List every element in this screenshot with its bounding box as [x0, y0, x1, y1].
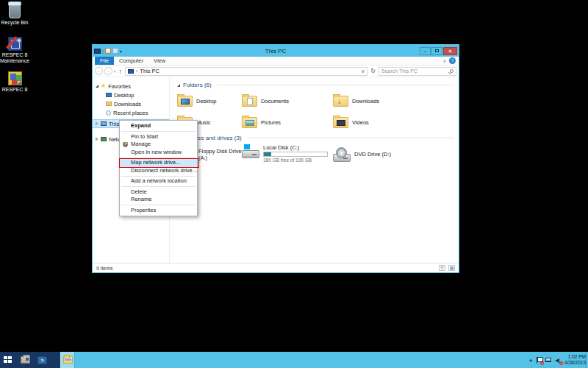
folder-icon: [242, 117, 257, 128]
menu-item-map-network-drive[interactable]: Map network drive...: [120, 159, 197, 167]
computer-icon: [101, 121, 107, 126]
sidebar-item-desktop[interactable]: Desktop: [93, 91, 169, 99]
details-view-icon[interactable]: ☰: [439, 265, 445, 271]
address-dropdown-icon[interactable]: ∨: [361, 68, 365, 74]
title-bar[interactable]: | ▾ This PC – ×: [93, 45, 459, 57]
desktop-icon-label: Recycle Bin: [0, 20, 31, 26]
search-placeholder: Search This PC: [381, 68, 450, 74]
menu-item-expand[interactable]: Expand: [120, 122, 197, 130]
thumbnails-view-icon[interactable]: ▦: [448, 265, 455, 271]
desktop-icon-label: RESPEC 8 Maintenance: [0, 52, 31, 64]
folder-icon: [333, 117, 348, 128]
taskbar-clock[interactable]: 1:02 PM 4/28/2015: [564, 354, 586, 366]
favorites-star-icon: ★: [101, 83, 106, 89]
folder-tile-videos[interactable]: Videos: [333, 112, 454, 133]
sidebar-item-downloads[interactable]: ↓ Downloads: [93, 99, 169, 108]
search-icon: [450, 69, 453, 73]
sidebar-item-favorites[interactable]: ★ Favorites: [93, 82, 169, 91]
powershell-icon[interactable]: >: [37, 356, 47, 364]
uac-shield-icon: [123, 142, 128, 147]
hidden-icons-chevron-icon[interactable]: ▲: [528, 358, 533, 362]
maximize-button[interactable]: [431, 47, 442, 55]
menu-item-pin-to-start[interactable]: Pin to Start: [120, 133, 197, 141]
volume-tray-icon[interactable]: ×: [555, 357, 562, 364]
recycle-bin-icon: [9, 2, 21, 18]
forward-button[interactable]: →: [104, 67, 112, 75]
window-icon[interactable]: [94, 49, 101, 54]
new-folder-icon[interactable]: [112, 48, 118, 54]
disk-usage-bar: [263, 152, 328, 157]
group-collapse-icon[interactable]: [177, 84, 180, 87]
address-bar: ← → ▾ ↑ › This PC ∨ ↻ Search This PC: [93, 66, 459, 77]
recent-locations-icon[interactable]: ▾: [114, 69, 116, 74]
properties-icon[interactable]: [105, 48, 111, 54]
help-icon[interactable]: ?: [449, 57, 456, 64]
expander-collapsed-icon[interactable]: [96, 121, 98, 126]
server-manager-icon[interactable]: [21, 356, 30, 364]
drive-tile-dvd[interactable]: DVD Drive (D:): [333, 144, 454, 165]
refresh-icon[interactable]: ↻: [369, 68, 377, 74]
network-icon: [101, 137, 107, 141]
desktop-icon: [106, 93, 112, 97]
menu-separator: [121, 158, 196, 158]
search-box[interactable]: Search This PC: [379, 67, 456, 76]
ribbon-tabs: File Computer View ∨ ?: [93, 57, 459, 66]
back-button[interactable]: ←: [95, 67, 103, 75]
menu-item-manage[interactable]: Manage: [120, 141, 197, 149]
minimize-button[interactable]: –: [420, 47, 431, 55]
folder-icon: ↓: [333, 96, 348, 107]
status-bar: 9 items ☰ ▦: [93, 263, 459, 272]
system-tray: ▲ × × 1:02 PM 4/28/2015: [528, 352, 586, 368]
menu-item-properties[interactable]: Properties: [120, 207, 197, 215]
desktop-icon-respec[interactable]: RESPEC 8: [0, 71, 31, 93]
tab-computer[interactable]: Computer: [114, 57, 148, 65]
breadcrumb-location[interactable]: This PC: [140, 68, 159, 74]
menu-item-disconnect-network-drive[interactable]: Disconnect network drive...: [120, 167, 197, 175]
expander-collapsed-icon[interactable]: [96, 137, 98, 141]
respec-maintenance-icon: [8, 37, 22, 51]
menu-separator: [121, 205, 196, 205]
recent-places-icon: [106, 110, 111, 116]
folder-tile-pictures[interactable]: Pictures: [242, 112, 333, 133]
this-pc-icon: [128, 69, 134, 74]
taskbar: > ▲ × × 1:02 PM 4/28/2015: [0, 352, 588, 368]
menu-item-delete[interactable]: Delete: [120, 188, 197, 197]
clock-date: 4/28/2015: [564, 360, 586, 366]
file-list: Folders (6) Desktop Documents ↓ Download…: [170, 77, 459, 263]
folder-tile-documents[interactable]: Documents: [242, 91, 333, 112]
folder-tile-downloads[interactable]: ↓ Downloads: [333, 91, 454, 112]
action-center-flag-icon[interactable]: ×: [536, 357, 542, 364]
group-header-folders[interactable]: Folders (6): [177, 82, 454, 88]
start-button[interactable]: [4, 356, 13, 364]
local-disk-icon: [242, 150, 259, 158]
folder-tile-desktop[interactable]: Desktop: [177, 91, 242, 112]
up-button[interactable]: ↑: [118, 68, 124, 75]
expander-expanded-icon[interactable]: [96, 85, 98, 88]
tab-view[interactable]: View: [148, 57, 171, 65]
desktop-icon-respec-maintenance[interactable]: RESPEC 8 Maintenance: [0, 37, 31, 64]
respec-icon: [8, 71, 22, 85]
tab-file[interactable]: File: [95, 57, 114, 65]
windows-flag-icon: [244, 144, 250, 149]
file-explorer-taskbar-button[interactable]: [60, 352, 75, 368]
qat-customize-icon[interactable]: ▾: [120, 49, 122, 54]
file-explorer-icon: [63, 356, 73, 364]
disk-free-text: 180 GB free of 199 GB: [263, 158, 328, 163]
menu-item-add-network-location[interactable]: Add a network location: [120, 177, 197, 185]
quick-access-toolbar: | ▾: [94, 48, 182, 54]
folder-icon: [177, 96, 193, 107]
menu-separator: [121, 131, 196, 132]
network-tray-icon[interactable]: [545, 357, 552, 364]
dvd-drive-icon: [333, 147, 351, 162]
sidebar-item-recent-places[interactable]: Recent places: [93, 108, 169, 117]
breadcrumb[interactable]: › This PC ∨: [125, 67, 368, 76]
close-button[interactable]: ×: [443, 47, 457, 55]
desktop-icon-recycle-bin[interactable]: Recycle Bin: [0, 2, 31, 26]
drive-tile-local-disk[interactable]: Local Disk (C:) 180 GB free of 199 GB: [242, 144, 333, 163]
item-count: 9 items: [96, 266, 113, 271]
menu-item-open-in-new-window[interactable]: Open in new window: [120, 149, 197, 157]
group-header-devices[interactable]: Devices and drives (3): [177, 135, 454, 141]
ribbon-collapse-icon[interactable]: ∨: [443, 58, 446, 63]
menu-item-rename[interactable]: Rename: [120, 196, 197, 204]
folder-icon: [242, 96, 257, 107]
